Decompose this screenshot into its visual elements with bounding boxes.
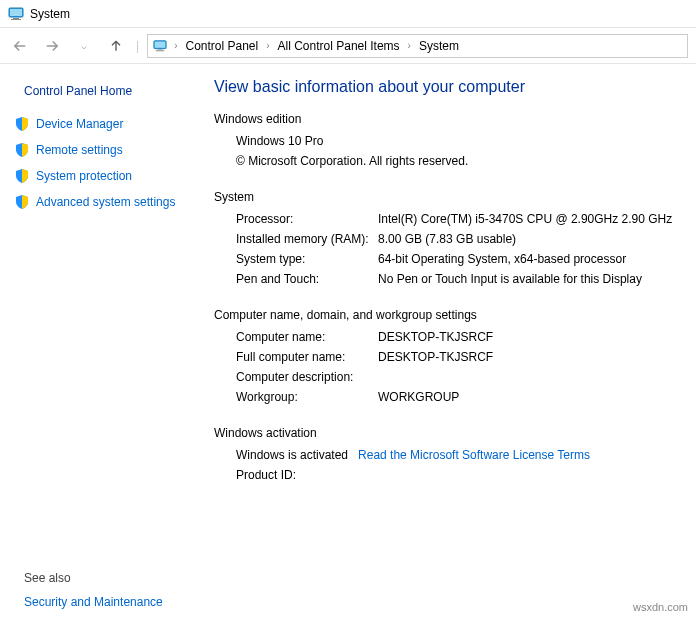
sidebar-item-system-protection[interactable]: System protection: [14, 168, 196, 184]
processor-label: Processor:: [236, 212, 378, 226]
sidebar-item-remote-settings[interactable]: Remote settings: [14, 142, 196, 158]
edition-section: Windows 10 Pro © Microsoft Corporation. …: [214, 134, 680, 168]
svg-rect-3: [11, 19, 21, 20]
window-title: System: [30, 7, 70, 21]
watermark: wsxdn.com: [633, 601, 688, 613]
computer-name-label: Computer name:: [236, 330, 378, 344]
system-section: Processor: Intel(R) Core(TM) i5-3470S CP…: [214, 212, 680, 286]
description-label: Computer description:: [236, 370, 378, 384]
security-maintenance-link[interactable]: Security and Maintenance: [24, 595, 196, 609]
svg-rect-5: [155, 41, 166, 47]
system-type-value: 64-bit Operating System, x64-based proce…: [378, 252, 680, 266]
sidebar-item-label: System protection: [36, 169, 132, 183]
chevron-right-icon[interactable]: ›: [406, 40, 413, 51]
chevron-right-icon[interactable]: ›: [172, 40, 179, 51]
breadcrumb-control-panel[interactable]: Control Panel: [183, 37, 260, 55]
svg-rect-1: [10, 9, 22, 16]
content-area: Control Panel Home Device Manager Remote…: [0, 64, 696, 619]
ram-row: Installed memory (RAM): 8.00 GB (7.83 GB…: [236, 232, 680, 246]
product-id-row: Product ID:: [236, 468, 680, 482]
license-terms-link[interactable]: Read the Microsoft Software License Term…: [358, 448, 590, 462]
product-id-label: Product ID:: [236, 468, 378, 482]
ram-value: 8.00 GB (7.83 GB usable): [378, 232, 680, 246]
windows-edition: Windows 10 Pro: [236, 134, 680, 148]
sidebar-item-advanced-settings[interactable]: Advanced system settings: [14, 194, 196, 210]
activation-line: Windows is activated Read the Microsoft …: [236, 448, 680, 462]
workgroup-label: Workgroup:: [236, 390, 378, 404]
full-name-label: Full computer name:: [236, 350, 378, 364]
page-title: View basic information about your comput…: [214, 78, 680, 96]
titlebar: System: [0, 0, 696, 28]
workgroup-row: Workgroup: WORKGROUP: [236, 390, 680, 404]
description-value: [378, 370, 680, 384]
pen-touch-row: Pen and Touch: No Pen or Touch Input is …: [236, 272, 680, 286]
computer-name-value: DESKTOP-TKJSRCF: [378, 330, 680, 344]
sidebar-item-label: Advanced system settings: [36, 195, 175, 209]
shield-icon: [14, 168, 30, 184]
sidebar: Control Panel Home Device Manager Remote…: [0, 64, 210, 619]
sidebar-item-device-manager[interactable]: Device Manager: [14, 116, 196, 132]
computer-name-row: Computer name: DESKTOP-TKJSRCF: [236, 330, 680, 344]
breadcrumb-all-items[interactable]: All Control Panel Items: [276, 37, 402, 55]
full-name-row: Full computer name: DESKTOP-TKJSRCF: [236, 350, 680, 364]
see-also-heading: See also: [24, 571, 196, 585]
computer-name-heading: Computer name, domain, and workgroup set…: [214, 308, 680, 322]
sidebar-item-label: Remote settings: [36, 143, 123, 157]
back-button[interactable]: [8, 34, 32, 58]
up-button[interactable]: [104, 34, 128, 58]
description-row: Computer description:: [236, 370, 680, 384]
recent-dropdown[interactable]: ⌵: [72, 34, 96, 58]
system-type-label: System type:: [236, 252, 378, 266]
processor-row: Processor: Intel(R) Core(TM) i5-3470S CP…: [236, 212, 680, 226]
navbar: ⌵ | › Control Panel › All Control Panel …: [0, 28, 696, 64]
processor-value: Intel(R) Core(TM) i5-3470S CPU @ 2.90GHz…: [378, 212, 680, 226]
address-bar[interactable]: › Control Panel › All Control Panel Item…: [147, 34, 688, 58]
activation-heading: Windows activation: [214, 426, 680, 440]
pen-touch-label: Pen and Touch:: [236, 272, 378, 286]
shield-icon: [14, 116, 30, 132]
breadcrumb-system[interactable]: System: [417, 37, 461, 55]
pen-touch-value: No Pen or Touch Input is available for t…: [378, 272, 680, 286]
svg-rect-6: [158, 49, 163, 50]
address-icon: [152, 38, 168, 54]
system-type-row: System type: 64-bit Operating System, x6…: [236, 252, 680, 266]
main-panel: View basic information about your comput…: [210, 64, 696, 619]
full-name-value: DESKTOP-TKJSRCF: [378, 350, 680, 364]
chevron-right-icon[interactable]: ›: [264, 40, 271, 51]
system-heading: System: [214, 190, 680, 204]
shield-icon: [14, 142, 30, 158]
computer-name-section: Computer name: DESKTOP-TKJSRCF Full comp…: [214, 330, 680, 404]
edition-heading: Windows edition: [214, 112, 680, 126]
nav-separator: |: [136, 39, 139, 53]
sidebar-item-label: Device Manager: [36, 117, 123, 131]
svg-rect-7: [156, 50, 165, 51]
control-panel-home-link[interactable]: Control Panel Home: [24, 84, 196, 98]
workgroup-value: WORKGROUP: [378, 390, 680, 404]
shield-icon: [14, 194, 30, 210]
ram-label: Installed memory (RAM):: [236, 232, 378, 246]
copyright: © Microsoft Corporation. All rights rese…: [236, 154, 680, 168]
forward-button[interactable]: [40, 34, 64, 58]
activation-status: Windows is activated: [236, 448, 348, 462]
system-icon: [8, 6, 24, 22]
svg-rect-2: [13, 18, 19, 19]
activation-section: Windows is activated Read the Microsoft …: [214, 448, 680, 482]
